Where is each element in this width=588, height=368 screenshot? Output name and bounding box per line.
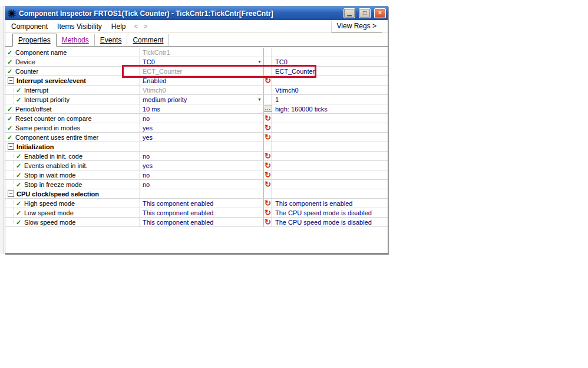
action-cell: ↻ (264, 114, 272, 123)
collapse-button[interactable]: − (8, 143, 14, 150)
history-nav: < > (134, 22, 148, 31)
property-row[interactable]: ✓Reset counter on compareno↻ (5, 114, 388, 123)
detail-cell: Vtimch0 (272, 86, 388, 94)
close-button[interactable]: × (374, 8, 386, 18)
view-regs-button[interactable]: View Regs > (331, 21, 382, 32)
value-cell[interactable]: no (140, 114, 264, 123)
detail-cell (272, 48, 388, 57)
property-value: Vtimch0 (143, 86, 262, 94)
value-cell[interactable]: Vtimch0 (140, 86, 264, 94)
property-detail-value: Vtimch0 (275, 86, 299, 94)
property-row[interactable]: ✓Events enabled in init.yes↻ (5, 161, 388, 170)
value-cell[interactable]: no (140, 152, 264, 160)
property-row[interactable]: ✓Component nameTickCntr1 (5, 48, 388, 57)
menu-help[interactable]: Help (111, 22, 126, 31)
cycle-value-button[interactable]: ↻ (265, 115, 271, 122)
collapse-button[interactable]: − (8, 190, 14, 197)
tab-events[interactable]: Events (95, 34, 128, 46)
back-arrow-button[interactable]: < (134, 22, 138, 31)
value-cell[interactable]: This component enabled (140, 199, 264, 208)
action-cell (264, 57, 272, 66)
property-row[interactable]: ✓Slow speed modeThis component enabled↻T… (5, 218, 388, 227)
group-row[interactable]: −Interrupt service/eventEnabled↻ (5, 76, 388, 86)
value-cell[interactable]: yes (140, 133, 264, 142)
group-row[interactable]: −Initialization (5, 142, 388, 152)
cycle-value-button[interactable]: ↻ (265, 162, 271, 169)
property-label: Device (15, 58, 35, 66)
property-label: Same period in modes (15, 124, 80, 132)
value-cell[interactable] (140, 142, 264, 151)
name-cell: ✓Interrupt priority (5, 95, 140, 104)
value-cell[interactable]: TC0▼ (140, 57, 264, 66)
dropdown-arrow-icon[interactable]: ▼ (257, 96, 262, 104)
name-cell: −Initialization (5, 142, 140, 151)
check-icon: ✓ (16, 152, 24, 160)
property-label: Enabled in init. code (24, 152, 82, 160)
ellipsis-button[interactable]: ... (264, 106, 272, 112)
property-label: Interrupt (24, 86, 48, 94)
detail-cell (272, 133, 388, 142)
property-row[interactable]: ✓Enabled in init. codeno↻ (5, 152, 388, 161)
tab-comment[interactable]: Comment (127, 34, 169, 46)
value-cell[interactable]: no (140, 180, 264, 189)
restore-button[interactable]: □ (359, 8, 371, 18)
cycle-value-button[interactable]: ↻ (265, 134, 271, 141)
property-label: Low speed mode (24, 209, 74, 217)
detail-cell (272, 123, 388, 132)
property-row[interactable]: ✓Same period in modesyes↻ (5, 123, 388, 133)
cycle-value-button[interactable]: ↻ (265, 219, 271, 226)
property-row[interactable]: ✓Interrupt prioritymedium priority▼1 (5, 95, 388, 104)
cycle-value-button[interactable]: ↻ (265, 153, 271, 160)
property-row[interactable]: ✓Period/offset10 ms...high: 160000 ticks (5, 104, 388, 114)
tree-indent (7, 152, 14, 160)
cycle-value-button[interactable]: ↻ (265, 124, 271, 132)
group-label: CPU clock/speed selection (16, 190, 99, 198)
menu-items-visibility[interactable]: Items Visibility (57, 22, 102, 31)
property-row[interactable]: ✓Stop in wait modeno↻ (5, 170, 388, 180)
property-label: Component uses entire timer (15, 133, 98, 142)
value-cell[interactable]: Enabled (140, 76, 264, 85)
tab-methods[interactable]: Methods (57, 34, 95, 46)
property-row[interactable]: ✓Stop in freeze modeno↻ (5, 180, 388, 189)
value-cell[interactable] (140, 189, 264, 198)
value-cell[interactable]: yes (140, 161, 264, 170)
value-cell[interactable]: ECT_Counter (140, 67, 264, 75)
value-cell[interactable]: medium priority▼ (140, 95, 264, 104)
property-label: Slow speed mode (24, 218, 75, 226)
dropdown-arrow-icon[interactable]: ▼ (257, 58, 262, 66)
group-row[interactable]: −CPU clock/speed selection (5, 189, 388, 199)
action-cell: ↻ (264, 161, 272, 170)
cycle-value-button[interactable]: ↻ (265, 172, 271, 179)
value-cell[interactable]: TickCntr1 (140, 48, 264, 57)
cycle-value-button[interactable]: ↻ (265, 209, 271, 216)
cycle-value-button[interactable]: ↻ (265, 77, 271, 84)
app-chip-icon[interactable] (7, 9, 16, 18)
action-cell: ↻ (264, 208, 272, 217)
value-cell[interactable]: no (140, 170, 264, 179)
title-bar[interactable]: Component Inspector FRTOS1(Tick Counter)… (5, 6, 388, 20)
menu-component[interactable]: Component (11, 22, 48, 31)
property-row[interactable]: ✓CounterECT_CounterECT_Counter (5, 67, 388, 76)
name-cell: ✓Slow speed mode (5, 218, 140, 226)
property-row[interactable]: ✓Component uses entire timeryes↻ (5, 133, 388, 142)
property-value: no (143, 114, 262, 123)
name-cell: ✓Stop in wait mode (5, 170, 140, 179)
value-cell[interactable]: This component enabled (140, 218, 264, 226)
minimize-button[interactable]: ▁ (343, 8, 355, 18)
cycle-value-button[interactable]: ↻ (265, 181, 271, 188)
property-row[interactable]: ✓Low speed modeThis component enabled↻Th… (5, 208, 388, 218)
value-cell[interactable]: yes (140, 123, 264, 132)
property-row[interactable]: ✓InterruptVtimch0Vtimch0 (5, 86, 388, 95)
tab-properties[interactable]: Properties (12, 34, 57, 47)
collapse-button[interactable]: − (8, 77, 14, 84)
cycle-value-button[interactable]: ↻ (265, 200, 271, 207)
property-row[interactable]: ✓High speed modeThis component enabled↻T… (5, 199, 388, 208)
property-label: Events enabled in init. (24, 162, 88, 170)
name-cell: −Interrupt service/event (5, 76, 140, 85)
value-cell[interactable]: 10 ms (140, 104, 264, 113)
action-cell (264, 189, 272, 198)
value-cell[interactable]: This component enabled (140, 208, 264, 217)
property-row[interactable]: ✓DeviceTC0▼TC0 (5, 57, 388, 67)
group-label: Initialization (16, 143, 54, 151)
forward-arrow-button[interactable]: > (144, 22, 148, 31)
